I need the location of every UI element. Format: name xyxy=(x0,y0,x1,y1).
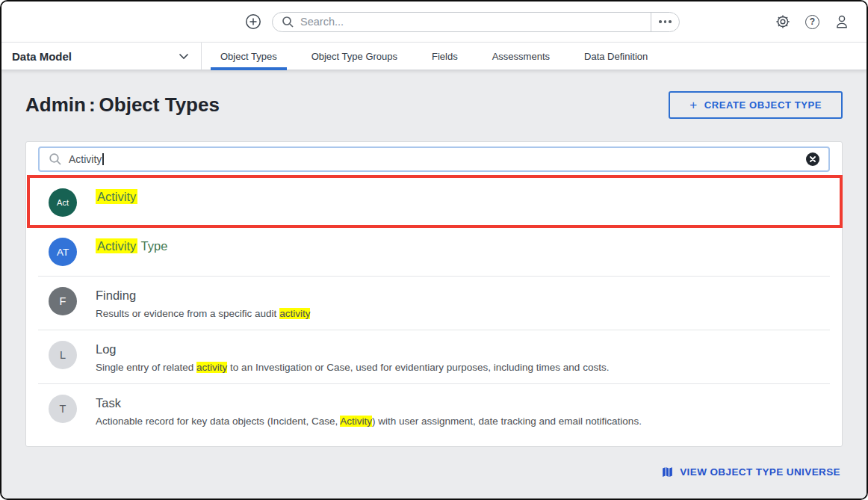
result-title: Task xyxy=(96,395,642,411)
page-title-name: Object Types xyxy=(99,93,220,117)
result-description: Single entry of related activity to an I… xyxy=(96,361,609,374)
quick-add-button[interactable] xyxy=(245,13,261,30)
result-description: Actionable record for key data objects (… xyxy=(96,415,642,428)
create-object-type-button[interactable]: + CREATE OBJECT TYPE xyxy=(669,91,843,119)
settings-button[interactable] xyxy=(775,13,791,30)
topbar-actions: ? xyxy=(775,13,867,30)
avatar: Act xyxy=(49,188,77,217)
global-search[interactable]: Search... xyxy=(272,12,680,32)
view-object-type-universe-label: VIEW OBJECT TYPE UNIVERSE xyxy=(680,466,840,478)
result-row-log[interactable]: L Log Single entry of related activity t… xyxy=(38,330,830,384)
tab-assessments[interactable]: Assessments xyxy=(475,43,567,70)
tab-object-types[interactable]: Object Types xyxy=(203,43,294,70)
result-row-finding[interactable]: F Finding Results or evidence from a spe… xyxy=(38,277,830,330)
red-annotation-box xyxy=(27,175,843,228)
data-model-label: Data Model xyxy=(12,50,72,63)
help-button[interactable]: ? xyxy=(805,15,819,29)
question-icon: ? xyxy=(805,15,819,29)
close-icon xyxy=(810,156,816,162)
object-type-search-field[interactable]: Activity xyxy=(38,146,830,172)
avatar: T xyxy=(49,395,77,423)
result-row-activity[interactable]: Act Activity xyxy=(38,178,830,227)
object-types-panel: Activity Act Activity xyxy=(25,141,843,447)
tab-object-type-groups[interactable]: Object Type Groups xyxy=(294,43,415,70)
view-object-type-universe-link[interactable]: VIEW OBJECT TYPE UNIVERSE xyxy=(661,466,840,478)
result-row-activity-type[interactable]: AT Activity Type xyxy=(38,227,830,277)
tab-fields[interactable]: Fields xyxy=(415,43,475,70)
result-description: Results or evidence from a specific audi… xyxy=(96,307,310,320)
person-icon xyxy=(834,13,850,30)
ellipsis-icon xyxy=(659,20,662,23)
create-object-type-label: CREATE OBJECT TYPE xyxy=(704,99,822,111)
result-title: Log xyxy=(96,341,609,357)
search-results-list: Act Activity AT Activity Type F F xyxy=(38,178,830,437)
main-content: Admin : Object Types + CREATE OBJECT TYP… xyxy=(1,70,867,499)
search-query-value: Activity xyxy=(69,153,102,165)
admin-nav-bar: Data Model Object Types Object Type Grou… xyxy=(1,42,867,70)
user-menu-button[interactable] xyxy=(834,13,850,30)
search-icon xyxy=(282,16,294,28)
result-row-task[interactable]: T Task Actionable record for key data ob… xyxy=(38,384,830,437)
result-title: Activity xyxy=(96,188,137,205)
clear-search-button[interactable] xyxy=(806,152,819,166)
app-window: Search... ? xyxy=(0,0,868,500)
avatar: L xyxy=(49,341,77,369)
nav-tabs: Object Types Object Type Groups Fields A… xyxy=(203,43,665,70)
page-title-section: Admin xyxy=(25,93,86,117)
avatar: AT xyxy=(49,238,77,266)
search-icon xyxy=(49,152,62,166)
plus-icon: + xyxy=(689,98,698,113)
chevron-down-icon xyxy=(179,53,189,60)
page-title: Admin : Object Types xyxy=(25,93,220,117)
tab-data-definition[interactable]: Data Definition xyxy=(567,43,665,70)
avatar: F xyxy=(49,287,77,315)
search-options-button[interactable] xyxy=(651,13,679,31)
map-icon xyxy=(661,466,674,478)
text-caret xyxy=(102,153,104,165)
gear-icon xyxy=(775,13,791,30)
global-search-placeholder: Search... xyxy=(300,16,344,28)
result-title: Activity Type xyxy=(96,238,167,254)
data-model-dropdown[interactable]: Data Model xyxy=(1,43,202,70)
result-title: Finding xyxy=(96,287,310,303)
top-bar: Search... ? xyxy=(1,1,867,42)
global-search-input[interactable]: Search... xyxy=(273,13,651,31)
plus-circle-icon xyxy=(245,13,261,30)
footer-bar: VIEW OBJECT TYPE UNIVERSE xyxy=(25,447,843,478)
page-title-separator: : xyxy=(89,93,96,117)
page-header: Admin : Object Types + CREATE OBJECT TYP… xyxy=(25,91,843,119)
